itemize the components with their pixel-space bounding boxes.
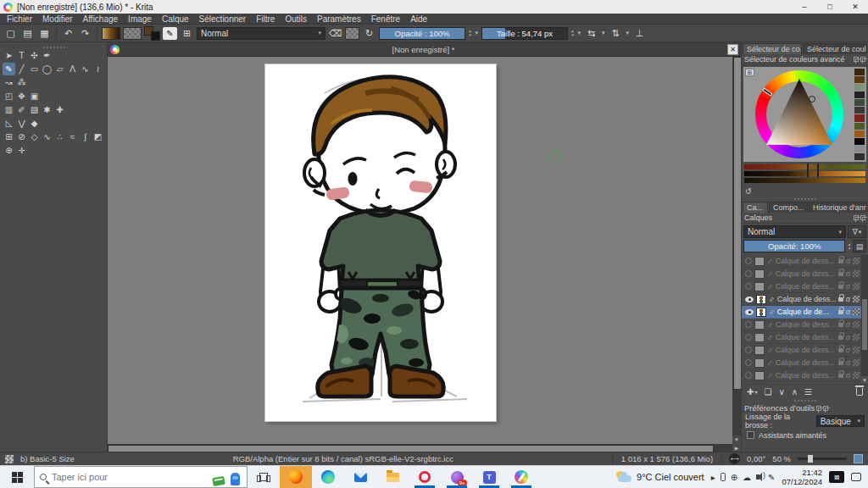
layer-visibility-toggle[interactable] [745,309,754,315]
chevron-down-icon[interactable]: ▾ [475,30,480,36]
add-layer-button[interactable]: ✚▾ [747,387,757,396]
close-dock-icon[interactable] [823,406,828,411]
zoom-level-label[interactable]: 50 % [772,454,791,463]
menu-outils[interactable]: Outils [281,14,311,24]
color-history-swatch[interactable] [854,130,865,137]
close-button[interactable]: ✕ [843,0,868,14]
polygon-tool[interactable]: ▱ [53,63,66,75]
volume-icon[interactable] [756,474,760,480]
taskbar-app-krita[interactable] [505,466,537,488]
tab-color-selector[interactable]: Sélecteur de co... [743,43,802,54]
menu-sélectionner[interactable]: Sélectionner [195,14,251,24]
eraser-mode-button[interactable]: ⌫ [328,26,342,41]
shade-marker[interactable] [817,170,819,177]
layer-alpha-icon[interactable]: α [846,257,850,265]
onedrive-cloud-icon[interactable]: ☁ [743,473,751,482]
horizontal-scrollbar-thumb[interactable] [108,445,714,452]
layer-visibility-toggle[interactable] [745,321,752,328]
layer-lock-icon[interactable] [838,297,843,302]
scroll-down-arrow[interactable]: ▼ [861,376,868,384]
rectangle-tool[interactable]: ▭ [28,63,41,75]
menu-image[interactable]: Image [124,14,156,24]
canvas-angle-label[interactable]: 0,00° [747,454,765,463]
layer-row[interactable]: ∿Calque de dess...α [742,357,868,369]
layer-alpha-checker-icon[interactable] [853,347,860,353]
pattern-swatch-button[interactable] [123,27,142,40]
hidden-icons-chevron[interactable]: ▸ [711,473,715,482]
layer-row[interactable]: ∿Calque de dess...α [742,293,868,306]
menu-fenêtre[interactable]: Fenêtre [367,14,404,24]
layer-thumbnail[interactable] [754,346,765,355]
canvas-viewport[interactable]: ▼ ▶ [108,57,741,452]
layer-alpha-checker-icon[interactable] [853,359,860,366]
taskbar-app-explorer[interactable] [376,466,409,488]
layer-name[interactable]: Calque de dess... [776,282,836,291]
layer-lock-icon[interactable] [838,259,843,263]
layer-row[interactable]: ∿Calque de de...α [742,306,868,319]
layer-name[interactable]: Calque de dess... [776,333,836,341]
new-document-button[interactable]: ▢ [3,26,18,41]
shade-marker[interactable] [807,170,809,177]
layer-filter-button[interactable]: ∇ ▾ [848,225,866,238]
color-history-swatch[interactable] [854,69,865,75]
layer-row[interactable]: ∿Calque de dess...α [742,369,868,382]
shade-marker[interactable] [817,164,819,170]
layer-alpha-icon[interactable]: α [846,295,850,303]
menu-fichier[interactable]: Fichier [3,14,36,24]
layer-alpha-icon[interactable]: α [846,282,850,291]
layer-thumbnail[interactable] [754,257,765,266]
color-history-swatch[interactable] [854,99,865,106]
tab-compositions[interactable]: Compo... [769,202,808,213]
layer-row[interactable]: ∿Calque de dess...α [742,344,868,357]
background-color-chip[interactable] [151,31,160,41]
horizontal-scrollbar[interactable]: ▶ [108,444,732,452]
minimize-button[interactable]: – [792,0,817,14]
brush-presets-button[interactable]: ⊞ [180,26,194,41]
pattern-fill-tool[interactable]: ▨ [28,103,41,116]
multibrush-tool[interactable]: ⁂ [15,76,28,89]
tab-undo-history[interactable]: Historique d'annul... [809,202,867,213]
freehand-brush-tool[interactable]: ✎ [3,63,15,75]
color-history-swatch[interactable] [854,76,865,83]
bezier-select-tool[interactable]: ∫ [79,130,92,143]
menu-modifier[interactable]: Modifier [38,14,77,24]
menu-filtre[interactable]: Filtre [252,14,279,24]
layer-name[interactable]: Calque de dess... [776,346,836,354]
close-dock-icon[interactable] [860,215,865,220]
select-shapes-tool[interactable]: ➤ [3,49,15,62]
layer-name[interactable]: Calque de dess... [776,320,836,329]
preserve-alpha-button[interactable] [345,27,359,40]
layer-lock-icon[interactable] [838,285,843,289]
layer-visibility-toggle[interactable] [745,258,752,264]
size-slider[interactable]: Taille : 54,74 px [481,27,568,40]
layer-properties-button[interactable]: ▤ [853,240,866,252]
magnetic-select-tool[interactable]: ≈ [66,130,79,143]
layer-visibility-toggle[interactable] [745,334,752,341]
gradient-swatch-button[interactable] [102,27,120,40]
layer-alpha-checker-icon[interactable] [853,283,860,290]
scroll-down-arrow[interactable]: ▼ [732,435,741,444]
size-spinner[interactable]: ▴▾ [570,29,575,37]
move-layer-up-button[interactable]: ∧ [792,387,798,396]
color-history-swatch[interactable] [854,138,865,145]
dynamic-brush-tool[interactable]: ↝ [3,76,15,89]
mask-select-tool[interactable]: ◩ [92,130,104,143]
float-dock-icon[interactable] [854,215,859,220]
taskbar-app-mail[interactable] [344,466,376,488]
menu-calque[interactable]: Calque [158,14,193,24]
color-history-swatch[interactable] [854,153,865,160]
fill-tool[interactable]: ◆ [28,117,41,130]
tab-color-selector-2[interactable]: Sélecteur de coule... [803,43,867,54]
brush-preset-name[interactable]: b) Basic-5 Size [20,454,75,463]
layer-alpha-checker-icon[interactable] [853,270,860,277]
layer-name[interactable]: Calque de de... [777,308,836,316]
scroll-right-arrow[interactable]: ▶ [732,444,741,452]
layer-thumbnail[interactable] [754,282,765,291]
zoom-fit-icon[interactable] [854,454,863,463]
shade-strip[interactable] [744,164,865,169]
similar-color-select-tool[interactable]: ∴ [53,130,66,143]
shade-strip[interactable] [744,171,865,176]
polygon-select-tool[interactable]: ◇ [28,130,41,143]
layer-lock-icon[interactable] [838,336,843,340]
layer-blend-dropdown[interactable]: Normal ▾ [743,225,846,238]
